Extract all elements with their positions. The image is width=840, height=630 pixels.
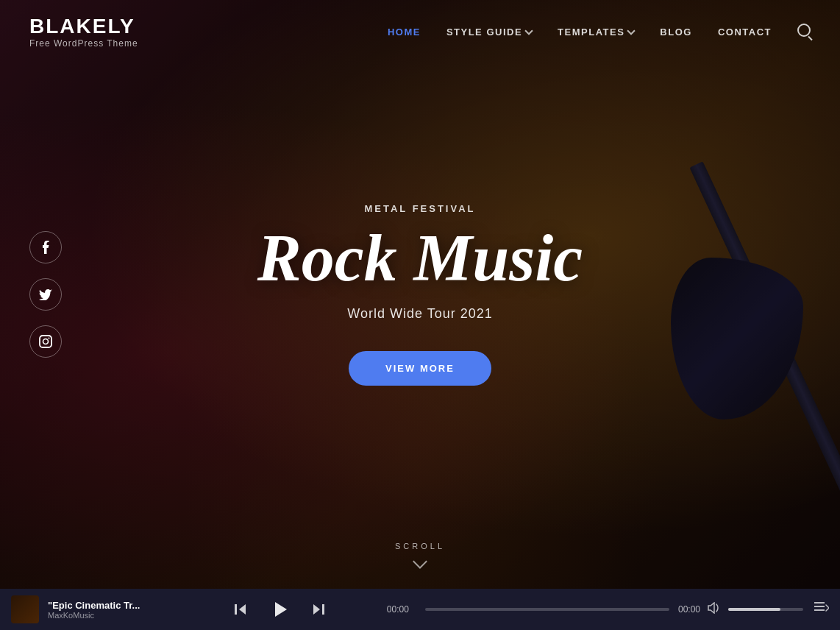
- hero-section: BLAKELY Free WordPress Theme HOME STYLE …: [0, 0, 840, 589]
- player-track-details: "Epic Cinematic Tr... MaxKoMusic: [48, 600, 140, 620]
- facebook-button[interactable]: [29, 231, 62, 263]
- hero-subtitle: World Wide Tour 2021: [163, 306, 677, 322]
- nav-link-contact[interactable]: CONTACT: [718, 26, 772, 38]
- skip-prev-icon: [234, 603, 247, 616]
- queue-button[interactable]: [814, 602, 829, 617]
- nav-link-styleguide[interactable]: STYLE GUIDE: [446, 26, 532, 38]
- player-track-info: "Epic Cinematic Tr... MaxKoMusic: [11, 595, 173, 623]
- nav-dropdown-styleguide: STYLE GUIDE: [446, 26, 532, 38]
- svg-rect-6: [814, 606, 825, 607]
- player-bar: "Epic Cinematic Tr... MaxKoMusic 00:00 0…: [0, 589, 840, 630]
- volume-bar[interactable]: [728, 608, 803, 611]
- nav-label-styleguide: STYLE GUIDE: [446, 26, 522, 38]
- site-tagline: Free WordPress Theme: [29, 38, 138, 49]
- nav-item-home[interactable]: HOME: [388, 25, 421, 38]
- instagram-button[interactable]: [29, 325, 62, 358]
- volume-speaker-icon: [708, 602, 721, 614]
- svg-point-1: [43, 339, 49, 344]
- queue-icon: [814, 602, 829, 614]
- player-artist-name: MaxKoMusic: [48, 611, 140, 620]
- nav-link-templates[interactable]: TEMPLATES: [558, 26, 634, 38]
- play-button[interactable]: [266, 595, 293, 623]
- svg-rect-4: [322, 604, 324, 615]
- nav-item-styleguide[interactable]: STYLE GUIDE: [446, 26, 532, 38]
- search-button[interactable]: [797, 24, 811, 40]
- nav-item-blog[interactable]: BLOG: [660, 25, 692, 38]
- player-controls: [173, 595, 387, 623]
- instagram-icon: [39, 335, 52, 348]
- skip-next-icon: [312, 603, 325, 616]
- twitter-button[interactable]: [29, 278, 62, 311]
- search-icon[interactable]: [797, 24, 811, 40]
- nav-item-templates[interactable]: TEMPLATES: [558, 26, 634, 38]
- skip-next-button[interactable]: [312, 603, 325, 616]
- nav-link-home[interactable]: HOME: [388, 26, 421, 38]
- nav-link-blog[interactable]: BLOG: [660, 26, 692, 38]
- progress-bar[interactable]: [425, 608, 669, 611]
- svg-rect-0: [40, 336, 51, 347]
- nav-label-templates: TEMPLATES: [558, 26, 624, 38]
- view-more-button[interactable]: VIEW MORE: [349, 351, 491, 386]
- player-track-name: "Epic Cinematic Tr...: [48, 600, 140, 611]
- svg-point-2: [49, 338, 50, 339]
- hero-content: METAL FESTIVAL Rock Music World Wide Tou…: [163, 203, 677, 386]
- site-logo[interactable]: BLAKELY: [29, 15, 138, 38]
- player-thumbnail: [11, 595, 39, 623]
- chevron-down-icon-2: [627, 26, 636, 35]
- navbar: BLAKELY Free WordPress Theme HOME STYLE …: [0, 0, 840, 63]
- social-links: [29, 231, 62, 358]
- skip-previous-button[interactable]: [234, 603, 247, 616]
- scroll-indicator: SCROLL: [395, 542, 445, 567]
- facebook-icon: [42, 241, 49, 254]
- player-time-current: 00:00: [387, 604, 416, 615]
- svg-rect-5: [814, 602, 825, 604]
- svg-rect-3: [235, 604, 237, 615]
- svg-rect-7: [814, 609, 825, 611]
- scroll-text: SCROLL: [395, 542, 445, 551]
- player-time-total: 00:00: [678, 604, 708, 615]
- twitter-icon: [39, 289, 52, 300]
- scroll-arrow-icon: [413, 554, 427, 569]
- player-progress: 00:00 00:00: [387, 604, 708, 615]
- volume-bar-fill: [728, 608, 780, 611]
- play-icon: [275, 602, 287, 617]
- search-circle: [797, 24, 811, 37]
- hero-label: METAL FESTIVAL: [163, 203, 677, 214]
- hero-title: Rock Music: [163, 225, 677, 291]
- nav-item-contact[interactable]: CONTACT: [718, 25, 772, 38]
- player-volume: [708, 602, 803, 617]
- chevron-down-icon: [524, 26, 533, 35]
- volume-icon[interactable]: [708, 602, 721, 617]
- logo-area: BLAKELY Free WordPress Theme: [29, 15, 138, 49]
- nav-dropdown-templates: TEMPLATES: [558, 26, 634, 38]
- nav-menu: HOME STYLE GUIDE TEMPLATES: [388, 24, 811, 40]
